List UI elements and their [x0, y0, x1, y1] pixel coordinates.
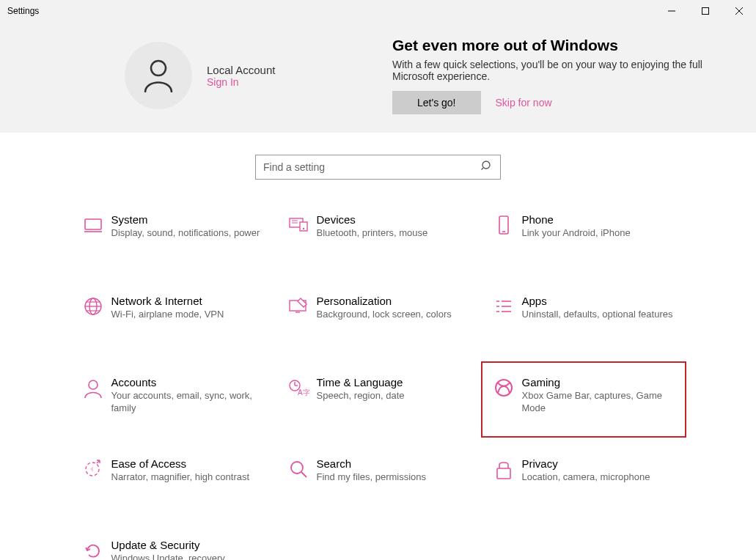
category-update[interactable]: Update & SecurityWindows Update, recover… — [70, 534, 276, 560]
minimize-button[interactable] — [655, 0, 689, 22]
svg-rect-10 — [300, 222, 307, 231]
category-description: Find my files, permissions — [317, 471, 469, 484]
window-controls — [655, 0, 756, 22]
search-wrapper — [0, 155, 756, 180]
category-title: Apps — [522, 295, 675, 307]
category-description: Xbox Game Bar, captures, Game Mode — [522, 390, 675, 415]
category-title: Gaming — [522, 376, 675, 388]
category-description: Background, lock screen, colors — [317, 309, 469, 321]
category-title: Search — [317, 457, 469, 470]
svg-rect-38 — [497, 468, 510, 479]
category-title: Time & Language — [317, 376, 469, 388]
accounts-icon — [75, 376, 111, 423]
privacy-icon — [485, 457, 522, 504]
category-personalization[interactable]: PersonalizationBackground, lock screen, … — [276, 290, 481, 346]
sign-in-link[interactable]: Sign In — [207, 76, 275, 88]
svg-rect-1 — [702, 8, 709, 15]
system-icon — [75, 213, 111, 260]
category-accounts[interactable]: AccountsYour accounts, email, sync, work… — [70, 372, 276, 427]
category-description: Speech, region, date — [317, 390, 469, 402]
account-section: Local Account Sign In — [125, 37, 392, 114]
titlebar: Settings — [0, 0, 756, 22]
category-description: Your accounts, email, sync, work, family — [111, 390, 264, 415]
category-title: Personalization — [317, 295, 469, 307]
account-banner: Local Account Sign In Get even more out … — [0, 22, 756, 133]
category-title: Update & Security — [111, 539, 264, 551]
category-title: Devices — [317, 213, 469, 226]
category-time[interactable]: A字Time & LanguageSpeech, region, date — [276, 372, 481, 427]
category-title: System — [111, 213, 264, 226]
svg-point-34 — [496, 380, 512, 396]
category-description: Uninstall, defaults, optional features — [522, 309, 675, 321]
category-description: Link your Android, iPhone — [522, 227, 675, 240]
time-icon: A字 — [280, 376, 317, 423]
close-button[interactable] — [722, 0, 756, 22]
category-phone[interactable]: PhoneLink your Android, iPhone — [481, 209, 686, 265]
category-search[interactable]: SearchFind my files, permissions — [276, 453, 481, 509]
category-description: Windows Update, recovery — [111, 553, 264, 560]
avatar-icon — [125, 42, 192, 109]
promo-section: Get even more out of Windows With a few … — [392, 37, 756, 114]
maximize-button[interactable] — [689, 0, 722, 22]
update-icon — [75, 539, 111, 560]
svg-point-36 — [291, 462, 303, 474]
promo-description: With a few quick selections, you'll be o… — [392, 59, 708, 82]
category-description: Bluetooth, printers, mouse — [317, 227, 469, 240]
personalization-icon — [280, 295, 317, 342]
category-apps[interactable]: AppsUninstall, defaults, optional featur… — [481, 290, 686, 346]
svg-point-11 — [302, 228, 304, 229]
account-name: Local Account — [207, 64, 275, 76]
category-description: Location, camera, microphone — [522, 471, 675, 484]
lets-go-button[interactable]: Let's go! — [392, 91, 481, 114]
network-icon — [75, 295, 111, 342]
gaming-icon — [485, 376, 522, 423]
promo-title: Get even more out of Windows — [392, 37, 734, 54]
window-title: Settings — [7, 6, 39, 16]
category-devices[interactable]: DevicesBluetooth, printers, mouse — [276, 209, 481, 265]
search-icon — [280, 457, 317, 504]
phone-icon — [485, 213, 522, 260]
categories-grid: SystemDisplay, sound, notifications, pow… — [56, 209, 701, 560]
svg-text:A字: A字 — [298, 388, 309, 397]
category-title: Phone — [522, 213, 675, 226]
category-gaming[interactable]: GamingXbox Game Bar, captures, Game Mode — [481, 361, 686, 438]
svg-line-37 — [301, 472, 307, 477]
category-description: Narrator, magnifier, high contrast — [111, 471, 264, 484]
search-icon — [481, 160, 493, 174]
apps-icon — [485, 295, 522, 342]
category-ease[interactable]: Ease of AccessNarrator, magnifier, high … — [70, 453, 276, 509]
devices-icon — [280, 213, 317, 260]
category-system[interactable]: SystemDisplay, sound, notifications, pow… — [70, 209, 276, 265]
skip-link[interactable]: Skip for now — [496, 97, 552, 108]
category-network[interactable]: Network & InternetWi-Fi, airplane mode, … — [70, 290, 276, 346]
svg-point-4 — [151, 61, 166, 75]
search-input[interactable] — [263, 161, 481, 173]
category-title: Accounts — [111, 376, 264, 388]
category-description: Wi-Fi, airplane mode, VPN — [111, 309, 264, 321]
svg-rect-7 — [85, 219, 101, 229]
svg-line-6 — [482, 168, 484, 170]
category-title: Privacy — [522, 457, 675, 470]
svg-point-5 — [482, 161, 490, 169]
category-privacy[interactable]: PrivacyLocation, camera, microphone — [481, 453, 686, 509]
category-title: Network & Internet — [111, 295, 264, 307]
category-title: Ease of Access — [111, 457, 264, 470]
category-description: Display, sound, notifications, power — [111, 227, 264, 240]
search-box[interactable] — [255, 155, 501, 180]
svg-point-29 — [89, 380, 98, 389]
ease-icon — [75, 457, 111, 504]
